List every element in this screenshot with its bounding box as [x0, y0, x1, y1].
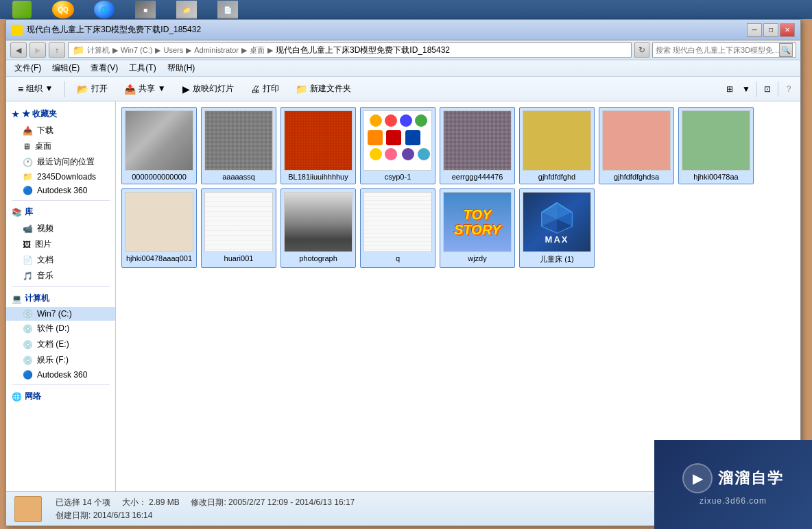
sidebar-item-recent[interactable]: 🕐 最近访问的位置 — [6, 154, 115, 170]
file-thumbnail — [204, 110, 273, 171]
sidebar-item-documents[interactable]: 📄 文档 — [6, 252, 115, 268]
taskbar-icon-3[interactable]: 🌐 — [85, 1, 123, 19]
search-input[interactable] — [656, 46, 779, 54]
share-button[interactable]: 📤 共享 ▼ — [117, 79, 173, 99]
sidebar-library-header[interactable]: 📚 库 — [6, 204, 115, 221]
sidebar-item-music[interactable]: 🎵 音乐 — [6, 268, 115, 284]
file-item[interactable]: BL181iiuuihhhhuy — [280, 107, 356, 184]
video-icon: 📹 — [23, 224, 33, 234]
file-thumbnail — [363, 110, 432, 171]
file-item[interactable]: csyp0-1 — [360, 107, 435, 184]
print-button[interactable]: 🖨 打印 — [243, 79, 287, 99]
open-icon: 📂 — [77, 84, 88, 95]
taskbar-icon-2[interactable]: QQ — [44, 1, 82, 19]
up-button[interactable]: ↑ — [49, 42, 65, 58]
view-options-button[interactable]: ▼ — [739, 82, 754, 97]
slideshow-button[interactable]: ▶ 放映幻灯片 — [175, 79, 241, 99]
toolbar-sep-1 — [64, 81, 65, 97]
file-item[interactable]: q — [360, 188, 435, 268]
file-item[interactable]: photograph — [280, 188, 356, 268]
menu-tools[interactable]: 工具(T) — [123, 61, 161, 75]
library-label: 库 — [25, 206, 33, 218]
sidebar-network-header[interactable]: 🌐 网络 — [6, 388, 115, 405]
preview-pane-button[interactable]: ⊡ — [760, 82, 775, 97]
file-item[interactable]: MAX 儿童床 (1) — [519, 188, 595, 268]
sidebar-item-video[interactable]: 📹 视频 — [6, 221, 115, 236]
file-name: hjhki00478aaaq001 — [126, 254, 192, 262]
sidebar-item-autodesk[interactable]: 🔵 Autodesk 360 — [6, 368, 115, 382]
file-item[interactable]: aaaaassq — [201, 107, 276, 184]
file-name: q — [396, 254, 400, 262]
sidebar-item-pictures[interactable]: 🖼 图片 — [6, 236, 115, 252]
library-icon: 📚 — [12, 208, 22, 217]
menu-help[interactable]: 帮助(H) — [162, 61, 201, 75]
file-grid: 0000000000000 aaaaassq BL181iiuuihhhhuy — [116, 101, 800, 491]
file-item[interactable]: gjhfdfdfghdsa — [599, 107, 674, 184]
taskbar-icon-4[interactable]: ■ — [126, 1, 165, 19]
file-item[interactable]: TOY STORY wjzdy — [440, 188, 515, 268]
file-thumbnail — [284, 192, 353, 252]
sidebar-computer-header[interactable]: 💻 计算机 — [6, 290, 115, 307]
menu-edit[interactable]: 编辑(E) — [47, 61, 85, 75]
computer-icon: 💻 — [12, 294, 22, 304]
new-folder-icon: 📁 — [296, 84, 307, 95]
2345-icon: 📁 — [23, 172, 33, 182]
file-thumbnail — [443, 110, 512, 171]
file-name: eerrggg444476 — [452, 173, 503, 181]
search-button[interactable]: 🔍 — [779, 43, 793, 57]
sidebar-item-2345downloads[interactable]: 📁 2345Downloads — [6, 170, 115, 184]
favorites-label: ★ 收藏夹 — [22, 108, 57, 120]
file-item[interactable]: 0000000000000 — [121, 107, 197, 184]
file-name: gjhfdfdfghd — [538, 173, 575, 181]
refresh-button[interactable]: ↻ — [634, 42, 649, 58]
toolbar-sep-3 — [778, 82, 778, 97]
close-button[interactable]: ✕ — [780, 23, 795, 37]
menu-file[interactable]: 文件(F) — [9, 61, 47, 75]
file-item[interactable]: eerrggg444476 — [440, 107, 515, 184]
file-item[interactable]: gjhfdfdfghd — [519, 107, 595, 184]
watermark-logo: ▶ 溜溜自学 — [682, 463, 784, 493]
menu-view[interactable]: 查看(V) — [85, 61, 123, 75]
change-view-button[interactable]: ⊞ — [722, 82, 737, 97]
taskbar-icon-1[interactable] — [3, 1, 41, 19]
sidebar-item-doce[interactable]: 💿 文档 (E:) — [6, 336, 115, 352]
star-icon: ★ — [12, 110, 19, 119]
file-thumbnail: MAX — [523, 192, 591, 252]
sidebar-item-softd[interactable]: 💿 软件 (D:) — [6, 321, 115, 336]
taskbar-icon-5[interactable]: 📁 — [167, 1, 206, 19]
file-thumbnail — [284, 110, 353, 171]
file-item[interactable]: huari001 — [201, 188, 276, 268]
sidebar-item-downloads[interactable]: 📥 下载 — [6, 123, 115, 138]
organize-button[interactable]: ≡ 组织 ▼ — [10, 79, 60, 99]
file-thumbnail — [204, 192, 273, 252]
sidebar-item-entf[interactable]: 💿 娱乐 (F:) — [6, 352, 115, 368]
file-item[interactable]: hjhki00478aa — [678, 107, 754, 184]
file-name: wjzdy — [468, 254, 487, 262]
address-box[interactable]: 📁 计算机 ▶ Win7 (C:) ▶ Users ▶ Administrato… — [68, 42, 632, 58]
file-name: huari001 — [224, 254, 254, 262]
help-button[interactable]: ? — [781, 82, 796, 97]
max-logo: MAX — [523, 193, 590, 251]
sidebar-favorites-header[interactable]: ★ ★ 收藏夹 — [6, 106, 115, 123]
sidebar-item-autodesk-fav[interactable]: 🔵 Autodesk 360 — [6, 184, 115, 197]
open-button[interactable]: 📂 打开 — [69, 79, 115, 99]
forward-button[interactable]: ▶ — [29, 42, 46, 58]
max-label: MAX — [545, 234, 569, 245]
statusbar-file-icon — [14, 496, 42, 522]
statusbar-created: 创建日期: 2014/6/13 16:14 — [56, 510, 355, 521]
new-folder-button[interactable]: 📁 新建文件夹 — [288, 79, 359, 99]
file-thumbnail — [602, 110, 671, 171]
minimize-button[interactable]: ─ — [747, 23, 762, 37]
titlebar: 现代白色儿童上下床3D模型免费下载ID_185432 ─ □ ✕ — [6, 20, 800, 40]
taskbar-icon-6[interactable]: 📄 — [208, 1, 247, 19]
back-button[interactable]: ◀ — [10, 42, 27, 58]
max-gem-svg — [538, 200, 576, 234]
file-item[interactable]: hjhki00478aaaq001 — [121, 188, 197, 268]
search-box[interactable]: 🔍 — [652, 42, 796, 58]
computer-label: 计算机 — [25, 293, 49, 304]
file-name: 儿童床 (1) — [540, 254, 574, 264]
maximize-button[interactable]: □ — [763, 23, 778, 37]
share-icon: 📤 — [124, 84, 136, 95]
sidebar-item-win7c[interactable]: 💿 Win7 (C:) — [6, 307, 115, 321]
sidebar-item-desktop[interactable]: 🖥 桌面 — [6, 138, 115, 154]
